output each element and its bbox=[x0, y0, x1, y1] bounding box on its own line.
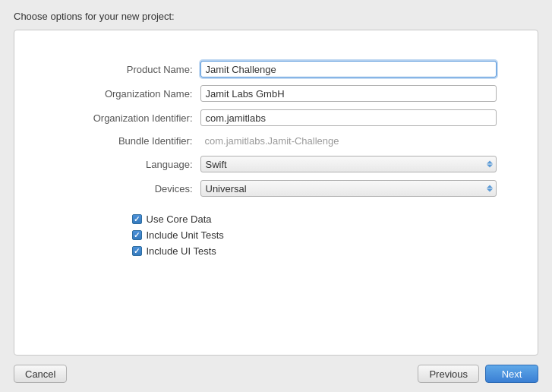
org-name-row: Organization Name: bbox=[56, 85, 497, 102]
use-core-data-checkbox[interactable] bbox=[132, 214, 142, 224]
bundle-id-row: Bundle Identifier: com.jamitlabs.Jamit-C… bbox=[56, 134, 497, 148]
devices-select-wrapper: Universal iPhone iPad bbox=[200, 180, 497, 197]
checkboxes-area: Use Core Data Include Unit Tests Include… bbox=[132, 213, 553, 257]
right-buttons: Previous Next bbox=[418, 365, 538, 383]
devices-select[interactable]: Universal iPhone iPad bbox=[200, 180, 497, 197]
include-ui-tests-label: Include UI Tests bbox=[147, 245, 216, 257]
include-unit-tests-checkbox[interactable] bbox=[132, 230, 142, 240]
previous-button[interactable]: Previous bbox=[418, 365, 479, 383]
org-name-input[interactable] bbox=[200, 85, 497, 102]
checkbox-ui-tests-row: Include UI Tests bbox=[132, 245, 553, 257]
product-name-input[interactable] bbox=[200, 61, 497, 77]
include-ui-tests-checkbox[interactable] bbox=[132, 246, 142, 256]
product-name-label: Product Name: bbox=[56, 64, 200, 75]
form-area: Product Name: Organization Name: Organiz… bbox=[14, 61, 538, 332]
language-select[interactable]: Swift Objective-C bbox=[200, 156, 497, 172]
cancel-button[interactable]: Cancel bbox=[14, 365, 67, 383]
next-button[interactable]: Next bbox=[485, 365, 538, 383]
language-select-wrapper: Swift Objective-C bbox=[200, 156, 497, 172]
use-core-data-label: Use Core Data bbox=[147, 213, 212, 225]
instruction-text: Choose options for your new project: bbox=[0, 0, 552, 30]
include-unit-tests-label: Include Unit Tests bbox=[147, 229, 224, 241]
bottom-bar: Cancel Previous Next bbox=[0, 356, 552, 392]
language-row: Language: Swift Objective-C bbox=[56, 156, 497, 172]
main-panel: Product Name: Organization Name: Organiz… bbox=[14, 30, 538, 356]
bundle-id-value: com.jamitlabs.Jamit-Challenge bbox=[200, 134, 497, 148]
org-id-label: Organization Identifier: bbox=[56, 112, 200, 124]
devices-label: Devices: bbox=[56, 183, 200, 194]
bundle-id-label: Bundle Identifier: bbox=[56, 135, 200, 147]
product-name-row: Product Name: bbox=[56, 61, 497, 77]
devices-row: Devices: Universal iPhone iPad bbox=[56, 180, 497, 197]
org-id-input[interactable] bbox=[200, 109, 497, 126]
language-label: Language: bbox=[56, 159, 200, 170]
checkbox-core-data-row: Use Core Data bbox=[132, 213, 553, 225]
org-name-label: Organization Name: bbox=[56, 88, 200, 100]
org-id-row: Organization Identifier: bbox=[56, 109, 497, 126]
checkbox-unit-tests-row: Include Unit Tests bbox=[132, 229, 553, 241]
